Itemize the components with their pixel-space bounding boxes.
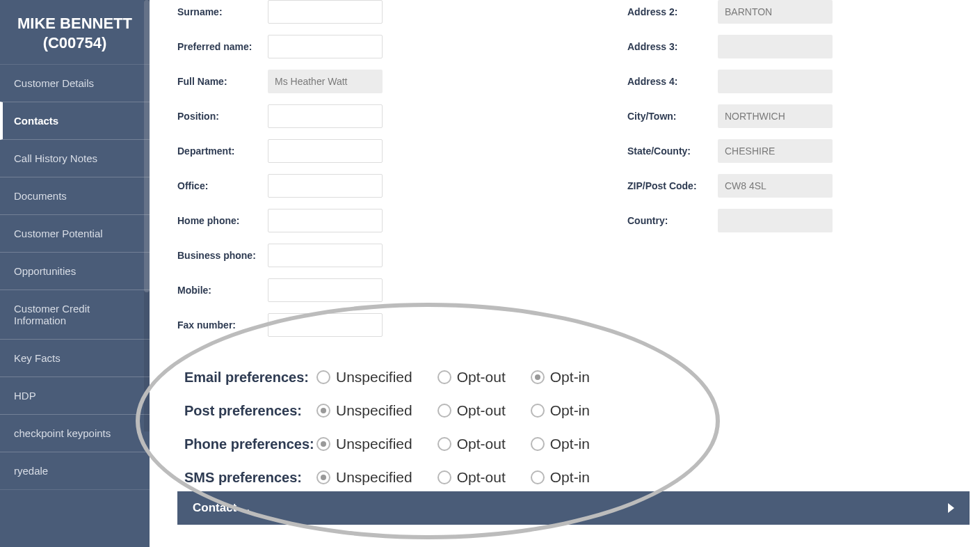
post-preferences-option-label: Unspecified [336, 402, 412, 419]
email-preferences-row: Email preferences:UnspecifiedOpt-outOpt-… [184, 369, 973, 386]
main-content: Surname:Preferred name:Full Name:Positio… [150, 0, 980, 547]
country-field-label: Country: [627, 215, 718, 226]
address-4-field-row: Address 4: [627, 70, 952, 93]
department-field[interactable] [268, 139, 383, 163]
radio-icon[interactable] [316, 437, 330, 451]
radio-icon[interactable] [316, 470, 330, 484]
address-3-field [718, 35, 833, 58]
address-3-field-row: Address 3: [627, 35, 952, 58]
email-preferences-opt-in[interactable]: Opt-in [531, 369, 590, 386]
preferred-name-field-label: Preferred name: [177, 41, 268, 52]
fax-number-field[interactable] [268, 313, 383, 337]
country-field [718, 209, 833, 232]
contact-accordion-bar[interactable]: Contact ... [177, 491, 970, 525]
post-preferences-opt-out[interactable]: Opt-out [437, 402, 506, 419]
city-town-field-row: City/Town: [627, 104, 952, 128]
sms-preferences-option-label: Unspecified [336, 469, 412, 486]
office-field-row: Office: [177, 174, 502, 198]
preferred-name-field[interactable] [268, 35, 383, 58]
position-field[interactable] [268, 104, 383, 128]
radio-icon[interactable] [531, 437, 545, 451]
sms-preferences-opt-in[interactable]: Opt-in [531, 469, 590, 486]
radio-icon[interactable] [437, 437, 451, 451]
full-name-field-label: Full Name: [177, 76, 268, 87]
sidebar-item-ryedale[interactable]: ryedale [0, 452, 150, 490]
full-name-field-row: Full Name: [177, 70, 502, 93]
phone-preferences-label: Phone preferences: [184, 436, 316, 452]
sidebar-title: MIKE BENNETT (C00754) [0, 7, 150, 65]
email-preferences-opt-out[interactable]: Opt-out [437, 369, 506, 386]
home-phone-field[interactable] [268, 209, 383, 232]
mobile-field-row: Mobile: [177, 278, 502, 302]
sidebar-item-customer-potential[interactable]: Customer Potential [0, 214, 150, 253]
sidebar-item-documents[interactable]: Documents [0, 177, 150, 215]
city-town-field-label: City/Town: [627, 111, 718, 122]
sidebar-item-opportunities[interactable]: Opportunities [0, 252, 150, 290]
sidebar-scrollbar-thumb[interactable] [144, 0, 150, 292]
zip-post-code-field [718, 174, 833, 198]
address-2-field [718, 0, 833, 24]
department-field-row: Department: [177, 139, 502, 163]
city-town-field [718, 104, 833, 128]
radio-icon[interactable] [437, 370, 451, 384]
phone-preferences-opt-in[interactable]: Opt-in [531, 436, 590, 452]
office-field[interactable] [268, 174, 383, 198]
email-preferences-label: Email preferences: [184, 370, 316, 386]
radio-icon[interactable] [437, 470, 451, 484]
surname-field-label: Surname: [177, 6, 268, 17]
sidebar-item-contacts[interactable]: Contacts [0, 102, 150, 140]
email-preferences-unspecified[interactable]: Unspecified [316, 369, 412, 386]
mobile-field[interactable] [268, 278, 383, 302]
home-phone-field-row: Home phone: [177, 209, 502, 232]
business-phone-field[interactable] [268, 244, 383, 267]
department-field-label: Department: [177, 145, 268, 157]
radio-icon[interactable] [531, 370, 545, 384]
sidebar-item-key-facts[interactable]: Key Facts [0, 339, 150, 377]
post-preferences-option-label: Opt-out [457, 402, 506, 419]
preferences-section: Email preferences:UnspecifiedOpt-outOpt-… [156, 369, 973, 486]
sidebar: MIKE BENNETT (C00754) Customer DetailsCo… [0, 0, 150, 547]
address-2-field-label: Address 2: [627, 6, 718, 17]
sidebar-item-call-history-notes[interactable]: Call History Notes [0, 139, 150, 177]
radio-icon[interactable] [437, 404, 451, 418]
email-preferences-option-label: Unspecified [336, 369, 412, 386]
radio-icon[interactable] [316, 370, 330, 384]
business-phone-field-row: Business phone: [177, 244, 502, 267]
email-preferences-option-label: Opt-out [457, 369, 506, 386]
sms-preferences-label: SMS preferences: [184, 470, 316, 486]
radio-icon[interactable] [531, 470, 545, 484]
zip-post-code-field-row: ZIP/Post Code: [627, 174, 952, 198]
left-column: Surname:Preferred name:Full Name:Positio… [177, 0, 502, 348]
sidebar-item-hdp[interactable]: HDP [0, 376, 150, 415]
preferred-name-field-row: Preferred name: [177, 35, 502, 58]
contact-bar-label: Contact ... [193, 501, 250, 515]
address-4-field-label: Address 4: [627, 76, 718, 87]
phone-preferences-option-label: Opt-out [457, 436, 506, 452]
sms-preferences-option-label: Opt-in [550, 469, 590, 486]
address-3-field-label: Address 3: [627, 41, 718, 52]
sidebar-items: Customer DetailsContactsCall History Not… [0, 64, 150, 490]
sms-preferences-opt-out[interactable]: Opt-out [437, 469, 506, 486]
phone-preferences-unspecified[interactable]: Unspecified [316, 436, 412, 452]
country-field-row: Country: [627, 209, 952, 232]
post-preferences-unspecified[interactable]: Unspecified [316, 402, 412, 419]
email-preferences-option-label: Opt-in [550, 369, 590, 386]
sidebar-item-customer-credit-information[interactable]: Customer Credit Information [0, 290, 150, 340]
sidebar-scrollbar[interactable] [144, 0, 150, 431]
sidebar-item-checkpoint-keypoints[interactable]: checkpoint keypoints [0, 414, 150, 452]
state-county-field-label: State/County: [627, 145, 718, 157]
sms-preferences-row: SMS preferences:UnspecifiedOpt-outOpt-in [184, 469, 973, 486]
radio-icon[interactable] [531, 404, 545, 418]
post-preferences-label: Post preferences: [184, 403, 316, 419]
phone-preferences-opt-out[interactable]: Opt-out [437, 436, 506, 452]
phone-preferences-option-label: Opt-in [550, 436, 590, 452]
post-preferences-opt-in[interactable]: Opt-in [531, 402, 590, 419]
address-4-field [718, 70, 833, 93]
radio-icon[interactable] [316, 404, 330, 418]
mobile-field-label: Mobile: [177, 285, 268, 296]
state-county-field [718, 139, 833, 163]
right-column: Address 2:Address 3:Address 4:City/Town:… [627, 0, 952, 348]
sms-preferences-unspecified[interactable]: Unspecified [316, 469, 412, 486]
surname-field[interactable] [268, 0, 383, 24]
sidebar-item-customer-details[interactable]: Customer Details [0, 64, 150, 102]
